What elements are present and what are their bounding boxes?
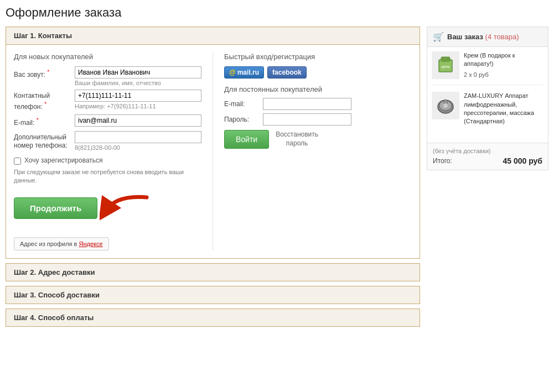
name-row: Вас зовут: * Ваши фамилия, имя, отчество — [14, 66, 201, 86]
login-password-label: Пароль: — [224, 116, 263, 123]
register-checkbox[interactable] — [14, 158, 21, 165]
yandex-link-text: Яндексе — [79, 241, 103, 247]
facebook-login-button[interactable]: facebook — [267, 66, 307, 79]
cart-item-info: Крем (В подарок к аппарату!) 2 x 0 руб — [464, 51, 543, 79]
step2-header[interactable]: Шаг 2. Адрес доставки — [6, 264, 420, 281]
name-label: Вас зовут: * — [14, 66, 75, 80]
quick-login-section: Быстрый вход/регистрация @ mail.ru faceb… — [213, 53, 412, 250]
cart-total-row: Итого: 45 000 руб — [433, 156, 542, 165]
cart-item-name-2: ZAM-LUXURY Аппарат лимфодренажный, пресс… — [464, 92, 543, 126]
step1-block: Шаг 1. Контакты Для новых покупателей Ва… — [6, 27, 420, 259]
main-layout: Шаг 1. Контакты Для новых покупателей Ва… — [6, 27, 548, 331]
svg-text:крем: крем — [441, 65, 450, 69]
cart-no-delivery: (без учёта доставки) — [433, 148, 542, 154]
cart-panel: 🛒 Ваш заказ (4 товара) крем — [427, 27, 548, 170]
phone-input[interactable] — [75, 90, 201, 102]
cream-icon: крем — [434, 54, 457, 76]
cart-items-list: крем Крем (В подарок к аппарату!) 2 x 0 … — [427, 47, 548, 143]
cart-header-text: Ваш заказ (4 товара) — [447, 33, 519, 41]
new-customer-section: Для новых покупателей Вас зовут: * Ваши … — [14, 53, 201, 250]
email-row: E-mail: * — [14, 114, 201, 128]
cart-footer: (без учёта доставки) Итого: 45 000 руб — [427, 143, 548, 170]
login-email-row: E-mail: — [224, 98, 412, 110]
login-password-row: Пароль: — [224, 113, 412, 126]
step4-block: Шаг 4. Способ оплаты — [6, 309, 420, 327]
device-icon — [434, 95, 457, 117]
phone-label: Контактный телефон: * — [14, 90, 75, 111]
cart-item: ZAM-LUXURY Аппарат лимфодренажный, пресс… — [432, 92, 543, 132]
extra-phone-input[interactable] — [75, 131, 201, 143]
extra-phone-row: Дополнительный номер телефона: 8(821)328… — [14, 131, 201, 151]
email-input-wrap — [75, 114, 201, 127]
phone-input-wrap: Например: +7(926)111-11-11 — [75, 90, 201, 109]
quick-login-title: Быстрый вход/регистрация — [224, 53, 412, 61]
cart-icon: 🛒 — [433, 32, 444, 42]
register-checkbox-label: Хочу зарегистрироваться — [24, 156, 103, 164]
cart-item-image-2 — [432, 92, 459, 119]
red-arrow-icon — [100, 192, 149, 225]
step3-header[interactable]: Шаг 3. Способ доставки — [6, 286, 420, 304]
left-column: Шаг 1. Контакты Для новых покупателей Ва… — [6, 27, 420, 331]
name-input[interactable] — [75, 66, 201, 79]
extra-phone-hint: 8(821)328-00-00 — [75, 144, 201, 151]
cart-header: 🛒 Ваш заказ (4 товара) — [427, 27, 548, 47]
step1-label: Шаг 1. Контакты — [14, 32, 72, 40]
yandex-btn-wrap: Адрес из профиля в Яндексе — [14, 229, 201, 250]
register-note: При следующем заказе не потребуется снов… — [14, 168, 201, 185]
step1-body: Для новых покупателей Вас зовут: * Ваши … — [6, 45, 420, 258]
at-icon: @ — [229, 69, 236, 76]
phone-row: Контактный телефон: * Например: +7(926)1… — [14, 90, 201, 111]
extra-phone-input-wrap: 8(821)328-00-00 — [75, 131, 201, 151]
yandex-profile-button[interactable]: Адрес из профиля в Яндексе — [14, 237, 109, 250]
phone-hint: Например: +7(926)111-11-11 — [75, 103, 201, 109]
cart-item: крем Крем (В подарок к аппарату!) 2 x 0 … — [432, 51, 543, 85]
cart-total-value: 45 000 руб — [503, 156, 542, 165]
extra-phone-label: Дополнительный номер телефона: — [14, 131, 75, 150]
step3-block: Шаг 3. Способ доставки — [6, 286, 420, 304]
step4-header[interactable]: Шаг 4. Способ оплаты — [6, 309, 420, 326]
svg-point-7 — [443, 103, 448, 108]
step1-header[interactable]: Шаг 1. Контакты — [6, 27, 420, 45]
social-buttons: @ mail.ru facebook — [224, 66, 412, 79]
continue-button[interactable]: Продолжить — [14, 197, 97, 219]
step2-block: Шаг 2. Адрес доставки — [6, 263, 420, 281]
login-actions: Войти Восстановить пароль — [224, 130, 412, 149]
login-password-input[interactable] — [263, 113, 351, 126]
cart-item-info-2: ZAM-LUXURY Аппарат лимфодренажный, пресс… — [464, 92, 543, 126]
cart-count: (4 товара) — [485, 33, 519, 41]
login-button[interactable]: Войти — [224, 130, 269, 149]
existing-customer-title: Для постоянных покупателей — [224, 85, 412, 93]
cart-total-label: Итого: — [433, 157, 452, 165]
continue-area: Продолжить — [14, 192, 201, 225]
cart-item-price: 2 x 0 руб — [464, 71, 543, 79]
login-email-label: E-mail: — [224, 100, 263, 108]
email-input[interactable] — [75, 114, 201, 127]
register-checkbox-row: Хочу зарегистрироваться — [14, 156, 201, 165]
svg-rect-2 — [441, 57, 450, 61]
email-label: E-mail: * — [14, 114, 75, 128]
cart-item-image: крем — [432, 51, 459, 79]
name-hint: Ваши фамилия, имя, отчество — [75, 80, 201, 86]
name-input-wrap: Ваши фамилия, имя, отчество — [75, 66, 201, 86]
mail-login-button[interactable]: @ mail.ru — [224, 66, 264, 79]
page-title: Оформление заказа — [6, 6, 548, 20]
cart-item-name: Крем (В подарок к аппарату!) — [464, 51, 543, 69]
restore-password-link[interactable]: Восстановить пароль — [276, 130, 318, 148]
login-email-input[interactable] — [263, 98, 351, 110]
cart-container: 🛒 Ваш заказ (4 товара) крем — [427, 27, 548, 170]
yandex-btn-text: Адрес из профиля в Яндексе — [20, 241, 103, 247]
mail-btn-text: mail.ru — [237, 69, 259, 76]
new-customer-title: Для новых покупателей — [14, 53, 201, 61]
